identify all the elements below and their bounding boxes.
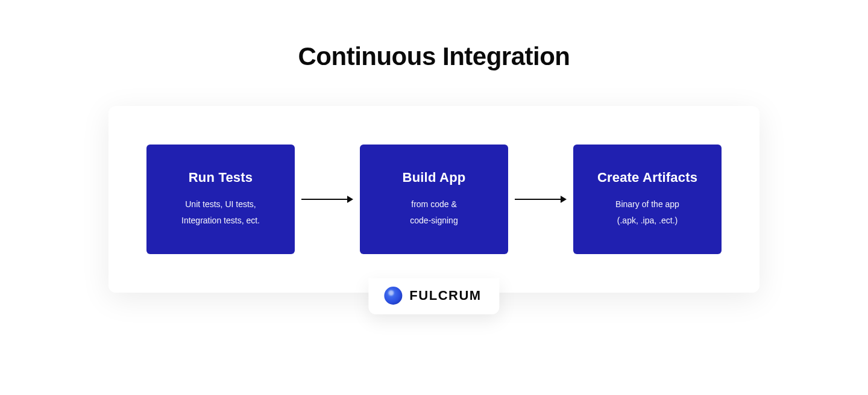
svg-marker-1 bbox=[347, 196, 353, 203]
arrow-icon bbox=[508, 194, 573, 205]
step-description-line: Binary of the app bbox=[615, 196, 679, 213]
step-description-line: (.apk, .ipa, .ect.) bbox=[617, 213, 678, 229]
arrow-icon bbox=[295, 194, 360, 205]
step-description-line: Unit tests, UI tests, bbox=[185, 196, 256, 213]
step-description-line: Integration tests, ect. bbox=[181, 213, 260, 229]
svg-marker-3 bbox=[561, 196, 567, 203]
step-create-artifacts: Create Artifacts Binary of the app (.apk… bbox=[573, 145, 722, 254]
brand-badge: FULCRUM bbox=[368, 278, 499, 314]
flow-container: Run Tests Unit tests, UI tests, Integrat… bbox=[108, 106, 760, 293]
fulcrum-logo-icon bbox=[384, 287, 402, 305]
step-build-app: Build App from code & code-signing bbox=[360, 145, 508, 254]
step-description-line: from code & bbox=[411, 196, 456, 213]
brand-name: FULCRUM bbox=[409, 288, 481, 303]
step-run-tests: Run Tests Unit tests, UI tests, Integrat… bbox=[146, 145, 295, 254]
diagram-title: Continuous Integration bbox=[298, 42, 570, 71]
step-title: Build App bbox=[403, 170, 466, 185]
step-title: Run Tests bbox=[189, 170, 253, 185]
step-description-line: code-signing bbox=[410, 213, 458, 229]
step-title: Create Artifacts bbox=[597, 170, 697, 185]
